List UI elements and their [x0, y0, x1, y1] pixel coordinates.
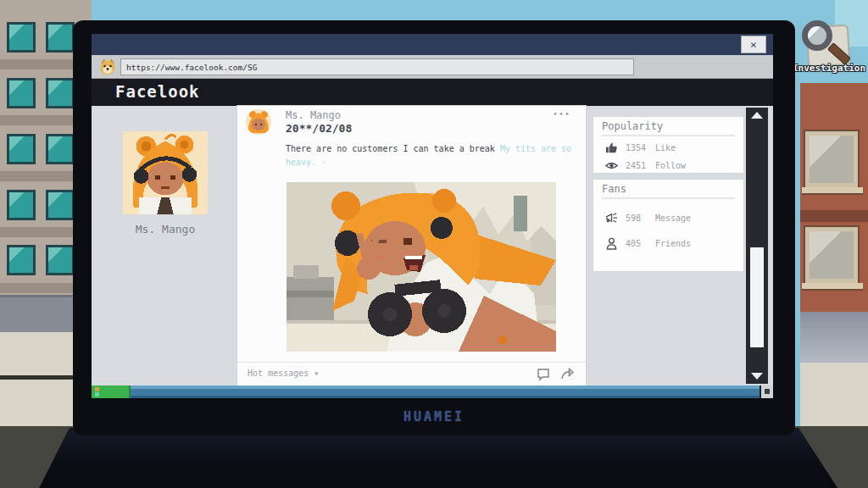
person-icon [605, 237, 618, 250]
laptop-bezel: HUAMEI × Facelook [73, 20, 795, 435]
chevron-down-icon: ▾ [314, 369, 319, 378]
vertical-scrollbar[interactable] [746, 108, 768, 384]
post-card: Ms. Mango 20**/02/08 ••• There are no cu… [237, 106, 586, 385]
share-arrow-icon[interactable] [560, 368, 574, 381]
fans-panel: Fans 598 Message [593, 179, 744, 272]
like-label: Like [655, 143, 676, 152]
megaphone-icon [605, 212, 618, 225]
like-count: 1354 [626, 143, 648, 152]
scroll-up-arrow[interactable] [751, 112, 763, 119]
profile-name: Ms. Mango [106, 223, 225, 236]
stat-row-friends: 405 Friends [605, 236, 743, 250]
building-window [46, 22, 75, 53]
pixel-dot [95, 387, 99, 391]
building-window [46, 245, 75, 275]
page-content: Ms. Mango Ms. Mango 20* [92, 106, 773, 385]
laptop-brand: HUAMEI [73, 409, 795, 424]
game-screen: Investigation HUAMEI × [0, 0, 868, 488]
message-label: Message [655, 214, 691, 223]
window-sill [802, 187, 863, 195]
scrollbar-corner-button[interactable] [760, 385, 773, 398]
post-menu-button[interactable]: ••• [553, 109, 570, 119]
friends-label: Friends [655, 239, 691, 248]
site-logo: Facelook [115, 82, 200, 101]
follow-count: 2451 [626, 161, 648, 170]
thumbs-up-icon [605, 141, 618, 154]
laptop-screen: × Facelook [92, 34, 773, 398]
avatar-art [123, 131, 208, 214]
building-right [800, 83, 868, 312]
dropdown-label: Hot messages [248, 369, 309, 378]
doge-icon [98, 58, 117, 76]
stat-row-follow: 2451 Follow [605, 158, 743, 172]
comments-sort-dropdown[interactable]: Hot messages ▾ [248, 369, 319, 378]
url-input[interactable] [120, 58, 634, 75]
chat-bubble-icon[interactable] [537, 368, 550, 381]
droplet-mark: ◦ [316, 158, 326, 167]
building-window [805, 227, 858, 283]
window-sill [802, 283, 863, 291]
building-window [805, 131, 858, 187]
message-count: 598 [626, 214, 648, 223]
stat-row-like: 1354 Like [605, 141, 743, 154]
pixel-dot [95, 392, 99, 396]
panel-title: Popularity [602, 120, 735, 136]
profile-avatar [123, 131, 208, 214]
browser-titlebar[interactable]: × [92, 34, 773, 55]
close-button[interactable]: × [741, 36, 766, 53]
corner-glyph [765, 389, 770, 394]
scrollbar-thumb[interactable] [750, 247, 764, 347]
browser-urlbar [92, 55, 773, 79]
building-window [7, 22, 36, 53]
popularity-panel: Popularity 1354 Like [593, 116, 744, 174]
horizontal-scrollbar[interactable] [92, 385, 773, 398]
building-band [800, 210, 868, 222]
laptop-base [0, 428, 868, 488]
friends-count: 405 [626, 239, 648, 248]
investigation-label: Investigation [785, 63, 868, 74]
avatar-art [246, 109, 271, 135]
post-actions [537, 368, 574, 381]
investigation-button[interactable]: Investigation [793, 19, 863, 78]
building-window [7, 134, 36, 164]
panel-title: Fans [602, 183, 735, 199]
building-window [46, 78, 75, 108]
post-date: 20**/02/08 [286, 122, 352, 135]
building-window [7, 245, 36, 275]
post-author-avatar [246, 109, 271, 135]
follow-label: Follow [655, 161, 686, 170]
building-ledge [800, 312, 868, 363]
post-text: There are no customers I can take a brea… [286, 142, 582, 169]
scroll-down-arrow[interactable] [751, 373, 763, 380]
post-author-name: Ms. Mango [286, 109, 341, 121]
post-footer: Hot messages ▾ [237, 362, 586, 385]
eye-icon [605, 159, 618, 172]
building-window [7, 78, 36, 108]
post-image[interactable] [287, 182, 556, 352]
building-window [46, 134, 75, 164]
site-header: Facelook [92, 79, 773, 106]
post-image-art [287, 182, 556, 352]
taskbar-start-button[interactable] [92, 385, 131, 398]
building-window [46, 190, 75, 220]
magnifier-icon [802, 20, 832, 51]
building-window [7, 190, 36, 220]
post-text-plain: There are no customers I can take a brea… [286, 144, 500, 153]
stat-row-message: 598 Message [605, 211, 743, 225]
